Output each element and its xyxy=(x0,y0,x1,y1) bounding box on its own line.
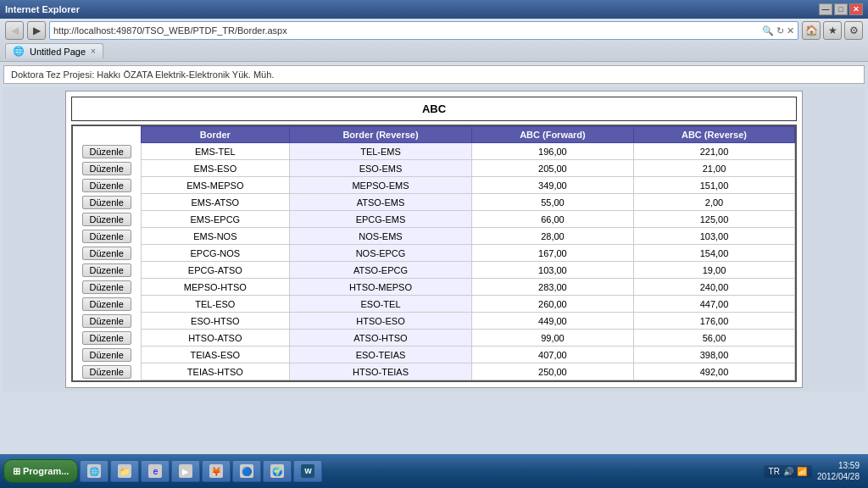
border-cell: EMS-EPCG xyxy=(141,211,290,228)
address-bar-container: 🔍 ↻ ✕ xyxy=(49,21,798,40)
tab-close-button[interactable]: × xyxy=(91,47,96,56)
border-cell: TEL-ESO xyxy=(141,296,290,313)
action-cell: Düzenle xyxy=(73,347,141,363)
browser-chrome: ◀ ▶ 🔍 ↻ ✕ 🏠 ★ ⚙ 🌐 Untitled Page × xyxy=(0,19,868,62)
maximize-button[interactable]: □ xyxy=(834,3,848,15)
border-reverse-cell: TEL-EMS xyxy=(290,143,472,160)
table-row: Düzenle EMS-ESO ESO-EMS 205,00 21,00 xyxy=(73,160,795,177)
edit-button[interactable]: Düzenle xyxy=(82,230,131,243)
back-button[interactable]: ◀ xyxy=(5,21,24,40)
edit-button[interactable]: Düzenle xyxy=(82,162,131,175)
clock-date: 2012/04/28 xyxy=(817,471,860,482)
address-bar[interactable] xyxy=(53,25,762,36)
window-title: Internet Explorer xyxy=(5,4,80,14)
abc-forward-cell: 260,00 xyxy=(471,296,633,313)
lang-indicator: TR xyxy=(769,467,780,476)
edit-button[interactable]: Düzenle xyxy=(82,331,131,345)
table-row: Düzenle EPCG-ATSO ATSO-EPCG 103,00 19,00 xyxy=(73,262,795,279)
abc-forward-cell: 196,00 xyxy=(471,143,633,160)
abc-reverse-cell: 221,00 xyxy=(634,143,795,160)
address-icons: 🔍 ↻ ✕ xyxy=(762,25,794,36)
taskbar-app2-icon: 🔵 xyxy=(240,464,253,478)
minimize-button[interactable]: — xyxy=(819,3,832,15)
page-header-text: Doktora Tez Projesi: Hakkı ÖZATA Elektri… xyxy=(11,69,274,80)
title-bar: Internet Explorer — □ ✕ xyxy=(0,0,868,19)
edit-button[interactable]: Düzenle xyxy=(82,213,131,226)
close-button[interactable]: ✕ xyxy=(849,3,863,15)
action-cell: Düzenle xyxy=(73,330,141,347)
edit-button[interactable]: Düzenle xyxy=(82,196,131,209)
abc-forward-cell: 449,00 xyxy=(471,313,633,330)
abc-forward-cell: 283,00 xyxy=(471,279,633,296)
border-reverse-cell: HTSO-MEPSO xyxy=(290,279,472,296)
edit-button[interactable]: Düzenle xyxy=(82,179,131,192)
edit-button[interactable]: Düzenle xyxy=(82,297,131,311)
page-content: Doktora Tez Projesi: Hakkı ÖZATA Elektri… xyxy=(0,62,868,457)
taskbar-browser-icon: 🌐 xyxy=(87,464,101,478)
border-cell: EMS-TEL xyxy=(141,143,290,160)
taskbar-item-word[interactable]: W xyxy=(293,460,322,482)
edit-button[interactable]: Düzenle xyxy=(82,145,131,158)
browser-toolbar: ◀ ▶ 🔍 ↻ ✕ 🏠 ★ ⚙ xyxy=(5,21,863,40)
border-cell: ESO-HTSO xyxy=(141,313,290,330)
abc-reverse-cell: 151,00 xyxy=(634,177,795,194)
browser-tab-untitled[interactable]: 🌐 Untitled Page × xyxy=(5,43,103,58)
taskbar-items: 🌐 📁 e ▶ 🦊 🔵 🌍 W xyxy=(80,460,756,482)
taskbar-item-explorer[interactable]: 📁 xyxy=(110,460,139,482)
action-cell: Düzenle xyxy=(73,245,141,262)
border-reverse-cell: ESO-TEL xyxy=(290,296,472,313)
refresh-icon[interactable]: ↻ xyxy=(776,25,784,36)
taskbar-explorer-icon: 📁 xyxy=(118,464,131,478)
border-cell: EMS-NOS xyxy=(141,228,290,245)
taskbar-right: TR 🔊 📶 13:59 2012/04/28 xyxy=(759,460,865,482)
taskbar-item-ie[interactable]: e xyxy=(141,460,170,482)
edit-button[interactable]: Düzenle xyxy=(82,314,131,328)
border-reverse-cell: MEPSO-EMS xyxy=(290,177,472,194)
windows-icon: ⊞ xyxy=(13,466,20,477)
abc-reverse-cell: 103,00 xyxy=(634,228,795,245)
edit-button[interactable]: Düzenle xyxy=(82,280,131,294)
border-reverse-cell: NOS-EMS xyxy=(290,228,472,245)
abc-forward-cell: 103,00 xyxy=(471,262,633,279)
forward-button[interactable]: ▶ xyxy=(27,21,46,40)
favorites-button[interactable]: ★ xyxy=(823,21,842,40)
abc-reverse-cell: 240,00 xyxy=(634,279,795,296)
tab-title: Untitled Page xyxy=(30,47,86,57)
edit-button[interactable]: Düzenle xyxy=(82,365,131,379)
edit-button[interactable]: Düzenle xyxy=(82,348,131,362)
table-row: Düzenle EMS-ATSO ATSO-EMS 55,00 2,00 xyxy=(73,194,795,211)
home-button[interactable]: 🏠 xyxy=(802,21,821,40)
outer-box: ABC Border Border (Reverse) ABC (Forward… xyxy=(65,91,803,388)
table-row: Düzenle TEIAS-ESO ESO-TEIAS 407,00 398,0… xyxy=(73,347,795,363)
search-icon: 🔍 xyxy=(762,25,774,36)
start-label: Program... xyxy=(23,466,69,476)
table-row: Düzenle HTSO-ATSO ATSO-HTSO 99,00 56,00 xyxy=(73,330,795,347)
border-reverse-cell: HTSO-TEIAS xyxy=(290,363,472,380)
taskbar-item-firefox[interactable]: 🦊 xyxy=(202,460,231,482)
edit-button[interactable]: Düzenle xyxy=(82,263,131,277)
taskbar-item-browser[interactable]: 🌐 xyxy=(80,460,108,482)
taskbar-item-app2[interactable]: 🔵 xyxy=(232,460,261,482)
abc-forward-cell: 55,00 xyxy=(471,194,633,211)
taskbar-ie-icon: e xyxy=(148,464,162,478)
abc-reverse-cell: 2,00 xyxy=(634,194,795,211)
abc-reverse-cell: 21,00 xyxy=(634,160,795,177)
stop-icon[interactable]: ✕ xyxy=(787,25,794,36)
border-cell: TEIAS-ESO xyxy=(141,347,290,363)
clock-time: 13:59 xyxy=(817,460,860,471)
taskbar-item-app1[interactable]: ▶ xyxy=(171,460,200,482)
start-button[interactable]: ⊞ Program... xyxy=(3,459,78,483)
table-row: Düzenle EMS-NOS NOS-EMS 28,00 103,00 xyxy=(73,228,795,245)
abc-reverse-cell: 176,00 xyxy=(634,313,795,330)
window-controls[interactable]: — □ ✕ xyxy=(819,3,863,15)
abc-forward-cell: 250,00 xyxy=(471,363,633,380)
abc-forward-cell: 407,00 xyxy=(471,347,633,363)
border-reverse-cell: ESO-TEIAS xyxy=(290,347,472,363)
browser-nav-right: 🏠 ★ ⚙ xyxy=(802,21,863,40)
tab-favicon: 🌐 xyxy=(13,46,25,57)
edit-button[interactable]: Düzenle xyxy=(82,247,131,260)
border-cell: EMS-ATSO xyxy=(141,194,290,211)
volume-icon: 🔊 xyxy=(783,467,793,476)
tools-button[interactable]: ⚙ xyxy=(844,21,863,40)
taskbar-item-app3[interactable]: 🌍 xyxy=(263,460,292,482)
